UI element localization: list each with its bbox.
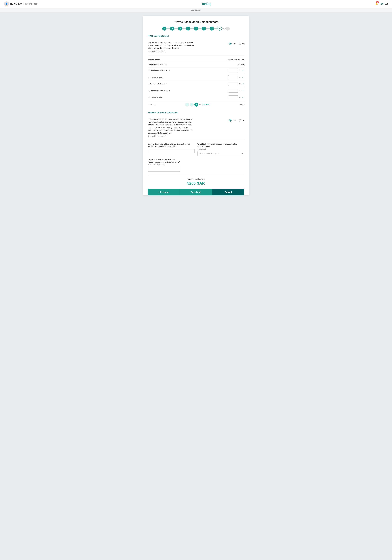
amount-input-5[interactable] xyxy=(228,89,238,92)
step-5[interactable]: 5 xyxy=(194,27,198,31)
amount-cell-6: ✕ ✓ xyxy=(202,94,244,101)
breadcrumb: User Space › xyxy=(0,8,392,12)
external-form-row: Name of the owner of the external financ… xyxy=(148,143,244,156)
external-amount-row: The amount of external financial support… xyxy=(148,158,244,172)
step-1[interactable]: 1 xyxy=(162,27,166,31)
confirm-amount-2[interactable]: ✓ xyxy=(242,69,244,72)
footer-bar: ‹ Previous Save Draft Submit xyxy=(148,189,244,195)
landing-page-label: Landing Page xyxy=(25,3,37,5)
step-7[interactable]: 7 xyxy=(210,27,214,31)
my-profile-button[interactable]: My Profile ▾ xyxy=(10,3,22,5)
confirm-amount-5[interactable]: ✓ xyxy=(242,90,244,92)
amount-input-4[interactable] xyxy=(228,82,238,86)
step-4[interactable]: 4 xyxy=(186,27,190,31)
self-financial-question: Will the association to be established h… xyxy=(148,41,194,52)
page-2-button[interactable]: 2 xyxy=(190,103,194,107)
pagination-next-button[interactable]: Next › xyxy=(239,103,244,106)
external-no-option[interactable]: No xyxy=(239,119,244,121)
support-type-select[interactable]: Choose a kind of support Financial Logis… xyxy=(197,151,244,156)
step-2[interactable]: 2 xyxy=(170,27,174,31)
amount-input-6[interactable] xyxy=(228,95,238,99)
amount-cell-1: ✏ 2500 xyxy=(202,62,244,67)
page-3-button[interactable]: 3 xyxy=(194,103,198,107)
breadcrumb-user-space[interactable]: User Space xyxy=(191,9,200,11)
amount-cell-5: ✕ ✓ xyxy=(202,87,244,94)
table-row: Khalid bin Abdullah Al Saud ✕ ✓ xyxy=(148,87,244,94)
amount-value-1: 2500 xyxy=(240,64,244,66)
footer-previous-button[interactable]: ‹ Previous xyxy=(148,189,180,195)
cancel-amount-5[interactable]: ✕ xyxy=(239,90,241,92)
external-amount-group: The amount of external financial support… xyxy=(148,158,181,172)
cancel-amount-6[interactable]: ✕ xyxy=(239,96,241,99)
self-financial-yes-radio[interactable] xyxy=(229,42,231,45)
page-1-button[interactable]: 1 xyxy=(185,103,189,107)
table-row: Khalid bin Abdullah Al Saud ✕ ✓ xyxy=(148,67,244,74)
total-contribution-box: Total contribution 5200 SAR xyxy=(148,175,244,189)
arrow-left-icon: ‹ xyxy=(158,191,159,193)
logo: unüq xyxy=(202,2,210,6)
lang-en-button[interactable]: EN xyxy=(381,3,383,5)
step-6[interactable]: 6 xyxy=(202,27,206,31)
amount-cell-4: ✕ ✓ xyxy=(202,80,244,87)
separator: | xyxy=(23,3,24,5)
chevron-right-icon: › xyxy=(38,3,38,5)
step-line-1 xyxy=(166,29,170,29)
external-yes-option[interactable]: Yes xyxy=(229,119,236,121)
page-numbers: 1 2 3 ··· 9 999 xyxy=(185,103,210,107)
amount-cell-3: ✕ ✓ xyxy=(202,74,244,80)
header: 👤 My Profile ▾ | Landing Page › unüq 🔔 9… xyxy=(0,0,392,8)
table-row: Mohammed Ali Salman ✕ ✓ xyxy=(148,80,244,87)
external-no-radio[interactable] xyxy=(239,119,241,121)
confirm-amount-4[interactable]: ✓ xyxy=(242,83,244,85)
col-contribution-amount: Contribution Amount xyxy=(202,58,244,62)
contribution-table: Member Name Contribution Amount Mohammed… xyxy=(148,58,244,101)
step-8[interactable]: 8 xyxy=(218,27,222,31)
confirm-amount-6[interactable]: ✓ xyxy=(242,96,244,99)
save-draft-button[interactable]: Save Draft xyxy=(180,189,212,195)
step-line-2 xyxy=(174,29,178,29)
confirm-amount-3[interactable]: ✓ xyxy=(242,76,244,79)
step-line-7 xyxy=(214,29,218,29)
cancel-amount-2[interactable]: ✕ xyxy=(239,69,241,72)
page-last-button[interactable]: 9 999 xyxy=(202,103,210,106)
external-amount-input[interactable] xyxy=(148,167,181,171)
notification-button[interactable]: 🔔 99+ xyxy=(374,1,379,6)
external-yes-radio[interactable] xyxy=(229,119,231,121)
amount-input-3[interactable] xyxy=(228,75,238,79)
table-row: Mohammed Ali Salman ✏ 2500 xyxy=(148,62,244,67)
self-financial-yes-option[interactable]: Yes xyxy=(229,42,236,45)
section-divider-1 xyxy=(148,39,244,39)
chevron-left-icon: ‹ xyxy=(148,103,148,106)
support-type-group: What kind of external support is expecte… xyxy=(197,143,244,156)
member-name-5: Khalid bin Abdullah Al Saud xyxy=(148,87,202,94)
lang-ar-button[interactable]: AR xyxy=(385,3,388,5)
page-title: Private Association Establishment xyxy=(148,20,244,23)
cancel-amount-4[interactable]: ✕ xyxy=(239,83,241,85)
total-contribution-value: 5200 SAR xyxy=(151,181,241,186)
external-financial-radio-group: Yes No xyxy=(229,119,244,121)
self-financial-no-option[interactable]: No xyxy=(239,42,244,45)
total-contribution-label: Total contribution xyxy=(151,178,241,180)
submit-button[interactable]: Submit xyxy=(212,189,244,195)
owner-name-group: Name of the owner of the external financ… xyxy=(148,143,195,156)
header-right: 🔔 99+ EN AR xyxy=(374,1,388,6)
step-line-4 xyxy=(190,29,194,29)
cancel-amount-3[interactable]: ✕ xyxy=(239,76,241,79)
owner-name-input[interactable] xyxy=(148,149,195,154)
amount-input-2[interactable] xyxy=(228,69,238,72)
self-financial-question-row: Will the association to be established h… xyxy=(148,41,244,55)
avatar: 👤 xyxy=(4,1,9,6)
step-9[interactable] xyxy=(226,27,230,31)
landing-page-link[interactable]: Landing Page › xyxy=(25,3,38,5)
step-line-5 xyxy=(198,29,202,29)
support-type-label: What kind of external support is expecte… xyxy=(197,143,244,150)
breadcrumb-arrow: › xyxy=(201,9,201,11)
pagination-prev-button[interactable]: ‹ Previous xyxy=(148,103,156,106)
self-financial-no-radio[interactable] xyxy=(239,42,241,45)
financial-resources-section: Financial Resources Will the association… xyxy=(148,35,244,109)
bell-icon: 🔔 xyxy=(375,3,378,5)
amount-cell-2: ✕ ✓ xyxy=(202,67,244,74)
member-name-1: Mohammed Ali Salman xyxy=(148,62,202,67)
member-name-6: Abdullah Al Rashid xyxy=(148,94,202,101)
step-3[interactable]: 3 xyxy=(178,27,182,31)
